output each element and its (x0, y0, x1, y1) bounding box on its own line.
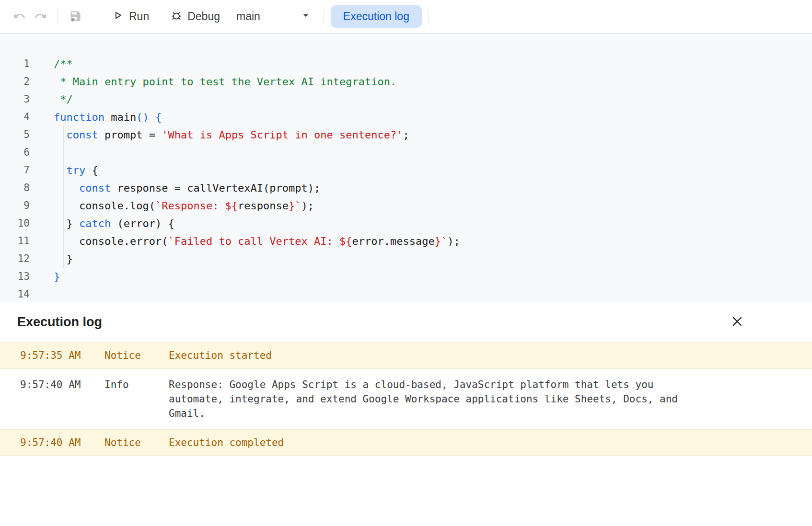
line-number: 1 (0, 55, 30, 73)
code-text: try { (54, 161, 98, 179)
code-line[interactable]: 14 (0, 286, 812, 302)
line-number: 8 (0, 179, 30, 197)
log-entry-time: 9:57:40 AM (20, 377, 104, 421)
bug-icon (170, 9, 183, 24)
log-entry-level: Notice (104, 435, 169, 450)
log-entry-time: 9:57:40 AM (20, 435, 104, 450)
line-number: 10 (0, 215, 30, 232)
code-text: console.error(`Failed to call Vertex AI:… (54, 232, 460, 250)
function-dropdown-value: main (236, 10, 260, 23)
code-line[interactable]: 7 try { (0, 161, 812, 179)
apps-script-editor: Run Debug main Execution log 1/**2 * Mai… (0, 0, 812, 456)
log-entry: 9:57:40 AMNoticeExecution completed (0, 429, 812, 456)
code-line[interactable]: 5 const prompt = 'What is Apps Script in… (0, 126, 812, 144)
close-button[interactable] (727, 311, 748, 332)
function-dropdown[interactable]: main (232, 5, 317, 28)
log-entry: 9:57:35 AMNoticeExecution started (0, 342, 812, 369)
code-text: * Main entry point to test the Vertex AI… (54, 73, 396, 91)
indent-guide (63, 126, 64, 268)
debug-button-label: Debug (187, 10, 220, 23)
code-line[interactable]: 13} (0, 268, 812, 286)
code-line[interactable]: 9 console.log(`Response: ${response}`); (0, 197, 812, 215)
log-entry-message: Response: Google Apps Script is a cloud-… (169, 377, 691, 421)
code-line[interactable]: 2 * Main entry point to test the Vertex … (0, 73, 812, 91)
indent-guide (76, 232, 76, 250)
code-text: const response = callVertexAI(prompt); (54, 179, 320, 197)
code-line[interactable]: 1/** (0, 55, 812, 73)
code-line[interactable]: 11 console.error(`Failed to call Vertex … (0, 232, 812, 250)
redo-button[interactable] (30, 6, 51, 27)
code-text: const prompt = 'What is Apps Script in o… (54, 126, 409, 144)
log-entries: 9:57:35 AMNoticeExecution started9:57:40… (0, 342, 812, 456)
line-number: 6 (0, 144, 30, 161)
line-number: 7 (0, 161, 30, 179)
line-number: 13 (0, 268, 30, 286)
play-icon (112, 9, 124, 24)
line-number: 9 (0, 197, 30, 215)
toolbar: Run Debug main Execution log (0, 0, 812, 34)
debug-button[interactable]: Debug (163, 5, 227, 28)
execution-log-button[interactable]: Execution log (331, 5, 422, 28)
code-text: */ (54, 91, 73, 108)
execution-log-title: Execution log (17, 315, 102, 330)
undo-icon (13, 10, 26, 24)
line-number: 3 (0, 91, 30, 108)
execution-log-header: Execution log (0, 302, 812, 342)
code-text: console.log(`Response: ${response}`); (54, 197, 314, 215)
close-icon (731, 315, 744, 330)
line-number: 4 (0, 108, 30, 126)
log-entry-message: Execution started (169, 348, 272, 363)
log-entry-level: Info (104, 377, 169, 421)
log-entry-time: 9:57:35 AM (20, 348, 104, 363)
toolbar-divider (58, 10, 58, 24)
line-number: 14 (0, 286, 30, 302)
indent-guide (76, 179, 76, 215)
code-lines: 1/**2 * Main entry point to test the Ver… (0, 55, 812, 302)
save-project-button[interactable] (65, 6, 86, 27)
save-project-icon (69, 10, 82, 24)
code-line[interactable]: 10 } catch (error) { (0, 215, 812, 232)
log-entry-level: Notice (104, 348, 169, 363)
undo-button[interactable] (9, 6, 30, 27)
execution-log-panel: Execution log 9:57:35 AMNoticeExecution … (0, 302, 812, 456)
run-button[interactable]: Run (105, 5, 156, 28)
chevron-down-icon (300, 9, 312, 24)
run-button-label: Run (129, 10, 149, 23)
code-line[interactable]: 4function main() { (0, 108, 812, 126)
code-editor[interactable]: 1/**2 * Main entry point to test the Ver… (0, 34, 812, 302)
code-line[interactable]: 8 const response = callVertexAI(prompt); (0, 179, 812, 197)
code-text: } (54, 268, 60, 286)
code-line[interactable]: 3 */ (0, 91, 812, 108)
code-line[interactable]: 12 } (0, 250, 812, 268)
code-text: /** (54, 55, 73, 73)
code-text: function main() { (54, 108, 162, 126)
line-number: 5 (0, 126, 30, 144)
code-line[interactable]: 6 (0, 144, 812, 161)
toolbar-divider (429, 10, 429, 24)
log-entry: 9:57:40 AMInfoResponse: Google Apps Scri… (0, 369, 812, 429)
line-number: 11 (0, 232, 30, 250)
redo-icon (34, 10, 47, 24)
line-number: 2 (0, 73, 30, 91)
log-entry-message: Execution completed (169, 435, 284, 450)
code-text: } catch (error) { (54, 215, 174, 232)
line-number: 12 (0, 250, 30, 268)
toolbar-divider (324, 10, 324, 24)
